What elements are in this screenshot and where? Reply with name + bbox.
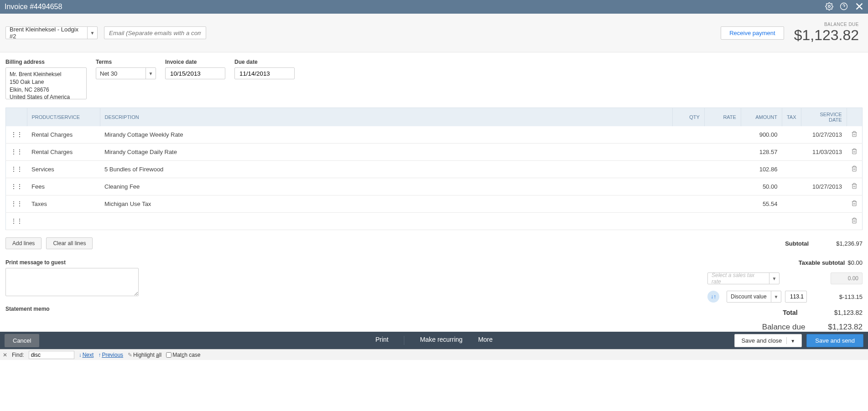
more-button[interactable]: More — [478, 336, 493, 345]
match-case-checkbox[interactable]: Match case — [166, 352, 200, 358]
line-rate[interactable] — [704, 144, 741, 161]
sales-tax-select[interactable]: Select a sales tax rate ▼ — [707, 272, 780, 284]
line-product[interactable] — [27, 213, 100, 230]
save-send-button[interactable]: Save and send — [806, 334, 863, 347]
gear-icon[interactable] — [825, 2, 833, 12]
line-description[interactable]: Mirandy Cottage Daily Rate — [100, 144, 672, 161]
table-row[interactable]: ⋮⋮ Rental Charges Mirandy Cottage Weekly… — [6, 126, 863, 144]
save-close-button[interactable]: Save and close ▼ — [734, 334, 802, 347]
terms-select[interactable]: Net 30 ▼ — [96, 67, 156, 79]
line-service-date[interactable] — [801, 195, 847, 213]
line-product[interactable]: Rental Charges — [27, 144, 100, 161]
line-rate[interactable] — [704, 178, 741, 195]
customer-select[interactable]: Brent Kleinheksel - Lodgix #2 ▼ — [5, 26, 98, 39]
line-product[interactable]: Rental Charges — [27, 126, 100, 144]
line-description[interactable]: Cleaning Fee — [100, 178, 672, 195]
line-tax[interactable] — [782, 213, 801, 230]
discount-input[interactable] — [785, 291, 807, 303]
line-amount[interactable]: 50.00 — [741, 178, 782, 195]
line-tax[interactable] — [782, 195, 801, 213]
receive-payment-button[interactable]: Receive payment — [721, 26, 784, 40]
clear-all-lines-button[interactable]: Clear all lines — [46, 237, 93, 249]
due-date-field[interactable] — [234, 67, 295, 79]
chevron-down-icon[interactable]: ▼ — [769, 273, 779, 284]
find-input[interactable] — [29, 351, 74, 359]
line-qty[interactable] — [672, 178, 704, 195]
line-rate[interactable] — [704, 195, 741, 213]
line-qty[interactable] — [672, 213, 704, 230]
table-row[interactable]: ⋮⋮ — [6, 213, 863, 230]
print-button[interactable]: Print — [375, 336, 389, 345]
line-tax[interactable] — [782, 178, 801, 195]
line-amount[interactable]: 55.54 — [741, 195, 782, 213]
line-qty[interactable] — [672, 195, 704, 213]
billing-address[interactable]: Mr. Brent Kleinheksel 150 Oak Lane Elkin… — [5, 67, 87, 99]
drag-handle-icon[interactable]: ⋮⋮ — [6, 161, 27, 178]
line-rate[interactable] — [704, 161, 741, 178]
sub-header-right: Receive payment BALANCE DUE $1,123.82 — [721, 22, 863, 44]
drag-handle-icon[interactable]: ⋮⋮ — [6, 178, 27, 195]
line-amount[interactable]: 128.57 — [741, 144, 782, 161]
add-lines-button[interactable]: Add lines — [5, 237, 42, 249]
chevron-down-icon[interactable]: ▼ — [146, 68, 156, 79]
trash-icon[interactable] — [847, 161, 863, 178]
trash-icon[interactable] — [847, 126, 863, 144]
email-field[interactable] — [104, 26, 206, 39]
discount-type-select[interactable]: Discount value ▼ — [727, 291, 781, 303]
line-product[interactable]: Services — [27, 161, 100, 178]
line-description[interactable]: Michigan Use Tax — [100, 195, 672, 213]
trash-icon[interactable] — [847, 195, 863, 213]
line-qty[interactable] — [672, 144, 704, 161]
line-rate[interactable] — [704, 126, 741, 144]
highlight-all-button[interactable]: ✎ Highlight all — [128, 352, 161, 358]
trash-icon[interactable] — [847, 178, 863, 195]
line-description[interactable]: 5 Bundles of Firewood — [100, 161, 672, 178]
line-tax[interactable] — [782, 144, 801, 161]
help-icon[interactable] — [840, 2, 848, 12]
sales-tax-row: Select a sales tax rate ▼ 0.00 — [707, 272, 863, 284]
line-service-date[interactable] — [801, 213, 847, 230]
drag-handle-icon[interactable]: ⋮⋮ — [6, 126, 27, 144]
line-service-date[interactable] — [801, 161, 847, 178]
find-close-icon[interactable]: ✕ — [3, 352, 7, 358]
line-service-date[interactable]: 10/27/2013 — [801, 178, 847, 195]
print-message-textarea[interactable] — [5, 268, 139, 296]
chevron-down-icon[interactable]: ▼ — [87, 27, 97, 39]
line-description[interactable] — [100, 213, 672, 230]
line-tax[interactable] — [782, 161, 801, 178]
line-product[interactable]: Fees — [27, 178, 100, 195]
cancel-button[interactable]: Cancel — [5, 334, 39, 347]
line-tax[interactable] — [782, 126, 801, 144]
trash-icon[interactable] — [847, 144, 863, 161]
match-case-input[interactable] — [166, 352, 172, 358]
save-close-label: Save and close — [741, 337, 782, 344]
drag-handle-icon[interactable]: ⋮⋮ — [6, 144, 27, 161]
chevron-down-icon[interactable]: ▼ — [771, 291, 781, 302]
bottom-right: Save and close ▼ Save and send — [734, 334, 863, 347]
make-recurring-button[interactable]: Make recurring — [420, 336, 463, 345]
drag-handle-icon[interactable]: ⋮⋮ — [6, 213, 27, 230]
line-service-date[interactable]: 11/03/2013 — [801, 144, 847, 161]
table-row[interactable]: ⋮⋮ Taxes Michigan Use Tax 55.54 — [6, 195, 863, 213]
chevron-down-icon[interactable]: ▼ — [786, 337, 795, 344]
line-rate[interactable] — [704, 213, 741, 230]
line-qty[interactable] — [672, 161, 704, 178]
line-service-date[interactable]: 10/27/2013 — [801, 126, 847, 144]
trash-icon[interactable] — [847, 213, 863, 230]
swap-icon[interactable]: ↓↑ — [707, 291, 719, 303]
find-next-button[interactable]: ↓ NNextext — [79, 352, 94, 358]
drag-handle-icon[interactable]: ⋮⋮ — [6, 195, 27, 213]
line-amount[interactable] — [741, 213, 782, 230]
line-amount[interactable]: 102.86 — [741, 161, 782, 178]
line-product[interactable]: Taxes — [27, 195, 100, 213]
line-items-table: PRODUCT/SERVICE DESCRIPTION QTY RATE AMO… — [5, 108, 863, 230]
table-row[interactable]: ⋮⋮ Rental Charges Mirandy Cottage Daily … — [6, 144, 863, 161]
line-description[interactable]: Mirandy Cottage Weekly Rate — [100, 126, 672, 144]
line-qty[interactable] — [672, 126, 704, 144]
line-amount[interactable]: 900.00 — [741, 126, 782, 144]
table-row[interactable]: ⋮⋮ Fees Cleaning Fee 50.00 10/27/2013 — [6, 178, 863, 195]
close-icon[interactable] — [854, 1, 864, 13]
invoice-date-field[interactable] — [165, 67, 225, 79]
find-previous-button[interactable]: ↑ Previous — [98, 352, 123, 358]
table-row[interactable]: ⋮⋮ Services 5 Bundles of Firewood 102.86 — [6, 161, 863, 178]
